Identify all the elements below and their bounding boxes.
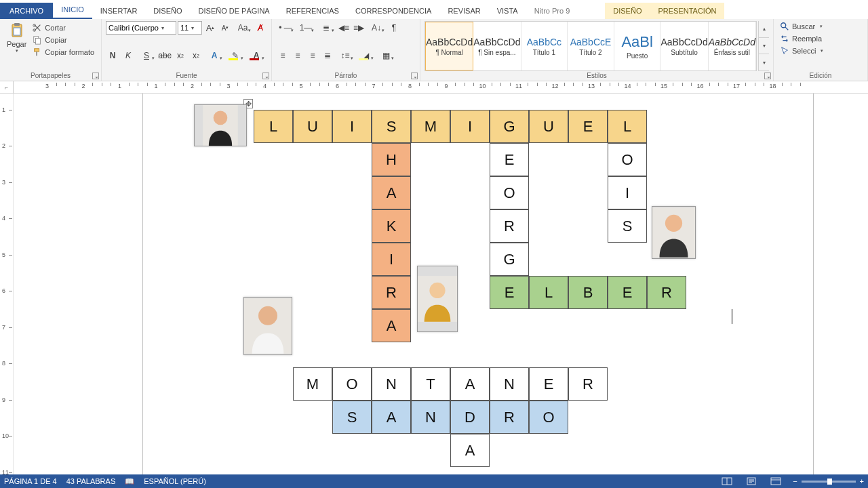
text-effects-button[interactable]: A: [205, 49, 224, 62]
font-size-combo[interactable]: 11▾: [178, 21, 202, 35]
tab-file[interactable]: ARCHIVO: [0, 3, 53, 19]
crossword-cell[interactable]: E: [490, 276, 529, 309]
multilevel-button[interactable]: ≣: [317, 21, 336, 35]
italic-button[interactable]: K: [121, 49, 135, 62]
tab-home[interactable]: INICIO: [53, 1, 92, 19]
zoom-in-button[interactable]: +: [860, 477, 864, 485]
style-scroll-down[interactable]: ▾: [759, 38, 769, 55]
crossword-cell[interactable]: B: [568, 276, 608, 309]
zoom-slider[interactable]: [802, 481, 856, 483]
tab-table-design[interactable]: DISEÑO: [605, 3, 650, 19]
clear-format-button[interactable]: A̸: [254, 21, 267, 35]
crossword-cell[interactable]: O: [332, 367, 372, 401]
crossword-cell[interactable]: S: [372, 110, 411, 143]
style-item-5[interactable]: AaBbCcDdSubtítulo: [660, 22, 708, 70]
crossword-cell[interactable]: G: [490, 243, 529, 276]
zoom-control[interactable]: − +: [793, 477, 864, 485]
crossword-cell[interactable]: A: [372, 176, 411, 209]
ruler-vertical[interactable]: 1234567891011: [0, 94, 14, 474]
underline-button[interactable]: S: [137, 49, 156, 62]
photo-luis-miguel[interactable]: [194, 104, 247, 146]
view-read-mode[interactable]: [719, 476, 734, 487]
status-proofing-icon[interactable]: 📖: [125, 477, 134, 486]
ruler-corner[interactable]: ⌐: [0, 81, 14, 94]
photo-montaner[interactable]: [243, 297, 292, 355]
tab-review[interactable]: REVISAR: [439, 3, 488, 19]
outdent-button[interactable]: ◀≡: [337, 21, 351, 35]
crossword-cell[interactable]: R: [372, 276, 411, 309]
view-web-layout[interactable]: [768, 476, 783, 487]
style-gallery[interactable]: AaBbCcDd¶ NormalAaBbCcDd¶ Sin espa...AaB…: [425, 21, 757, 71]
crossword-cell[interactable]: S: [332, 401, 372, 434]
justify-button[interactable]: ≣: [321, 49, 334, 62]
indent-button[interactable]: ≡▶: [352, 21, 366, 35]
align-center-button[interactable]: ≡: [291, 49, 304, 62]
font-name-combo[interactable]: Calibri (Cuerpo▾: [106, 21, 176, 35]
style-scroll-up[interactable]: ▴: [759, 21, 769, 38]
crossword-cell[interactable]: U: [293, 110, 332, 143]
show-marks-button[interactable]: ¶: [387, 21, 401, 35]
crossword-cell[interactable]: N: [372, 367, 411, 401]
zoom-out-button[interactable]: −: [793, 477, 797, 485]
crossword-cell[interactable]: R: [568, 367, 608, 401]
crossword-cell[interactable]: D: [450, 401, 490, 434]
tab-view[interactable]: VISTA: [489, 3, 526, 19]
font-color-button[interactable]: A: [247, 49, 266, 62]
document-page[interactable]: ✥ LUISMIGUELHEOAOIKRSIGRELBERAMONTANERSA…: [14, 94, 868, 474]
style-item-0[interactable]: AaBbCcDd¶ Normal: [425, 22, 473, 70]
crossword-cell[interactable]: G: [490, 110, 529, 143]
crossword-cell[interactable]: E: [568, 110, 608, 143]
style-gallery-scroll[interactable]: ▴ ▾ ▾: [758, 21, 769, 71]
crossword-cell[interactable]: I: [332, 110, 372, 143]
crossword-cell[interactable]: A: [372, 309, 411, 342]
bold-button[interactable]: N: [106, 49, 119, 62]
crossword-cell[interactable]: T: [411, 367, 450, 401]
crossword-cell[interactable]: A: [450, 434, 490, 467]
style-gallery-expand[interactable]: ▾: [759, 54, 769, 71]
superscript-button[interactable]: x2: [189, 49, 203, 62]
crossword-cell[interactable]: I: [608, 176, 647, 209]
style-item-1[interactable]: AaBbCcDd¶ Sin espa...: [473, 22, 521, 70]
tab-page-layout[interactable]: DISEÑO DE PÁGINA: [191, 3, 278, 19]
tab-nitro[interactable]: Nitro Pro 9: [526, 3, 578, 19]
align-right-button[interactable]: ≡: [306, 49, 319, 62]
status-page[interactable]: PÁGINA 1 DE 4: [4, 477, 57, 485]
crossword-cell[interactable]: O: [529, 401, 568, 434]
sort-button[interactable]: A↓: [367, 21, 386, 35]
styles-launcher[interactable]: [764, 73, 771, 79]
style-item-4[interactable]: AaBlPuesto: [614, 22, 661, 70]
crossword-cell[interactable]: E: [608, 276, 647, 309]
style-item-6[interactable]: AaBbCcDdÉnfasis sutil: [709, 22, 756, 70]
crossword-cell[interactable]: R: [490, 401, 529, 434]
numbering-button[interactable]: 1—: [296, 21, 315, 35]
cut-button[interactable]: Cortar: [31, 22, 96, 33]
photo-shakira[interactable]: [417, 266, 458, 332]
highlight-button[interactable]: ✎: [226, 49, 245, 62]
paragraph-launcher[interactable]: [411, 73, 418, 79]
status-language[interactable]: ESPAÑOL (PERÚ): [144, 477, 206, 485]
crossword-cell[interactable]: L: [529, 276, 568, 309]
tab-references[interactable]: REFERENCIAS: [278, 3, 347, 19]
crossword-cell[interactable]: A: [372, 401, 411, 434]
tab-mailings[interactable]: CORRESPONDENCIA: [347, 3, 439, 19]
tab-insert[interactable]: INSERTAR: [92, 3, 146, 19]
crossword-cell[interactable]: S: [608, 209, 647, 243]
style-item-2[interactable]: AaBbCcTítulo 1: [521, 22, 568, 70]
align-left-button[interactable]: ≡: [276, 49, 290, 62]
photo-elber[interactable]: [652, 206, 696, 259]
crossword-cell[interactable]: H: [372, 143, 411, 176]
paste-button[interactable]: Pegar ▾: [4, 21, 29, 55]
crossword-cell[interactable]: I: [450, 110, 490, 143]
font-launcher[interactable]: [262, 73, 269, 79]
crossword-cell[interactable]: M: [293, 367, 332, 401]
crossword-cell[interactable]: O: [490, 176, 529, 209]
crossword-cell[interactable]: E: [529, 367, 568, 401]
tab-table-layout[interactable]: PRESENTACIÓN: [650, 3, 724, 19]
style-item-3[interactable]: AaBbCcETítulo 2: [568, 22, 614, 70]
crossword-cell[interactable]: E: [490, 143, 529, 176]
clipboard-launcher[interactable]: [92, 73, 99, 79]
shading-button[interactable]: ◢: [356, 49, 375, 62]
tab-design[interactable]: DISEÑO: [145, 3, 190, 19]
borders-button[interactable]: ▦: [376, 49, 395, 62]
strike-button[interactable]: abc: [158, 49, 172, 62]
